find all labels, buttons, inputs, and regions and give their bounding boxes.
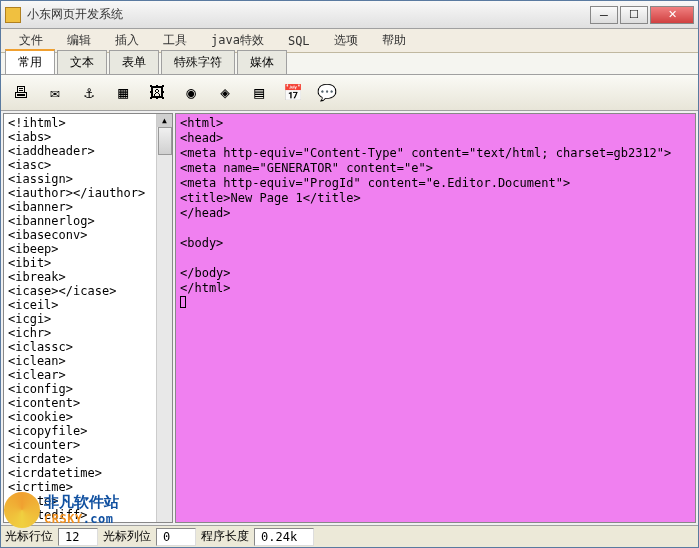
tab-special[interactable]: 特殊字符 [161, 50, 235, 74]
list-item[interactable]: <iclear> [8, 368, 152, 382]
watermark-en: CRSKY.com [44, 511, 119, 526]
list-item[interactable]: <iceil> [8, 298, 152, 312]
list-item[interactable]: <iclassc> [8, 340, 152, 354]
list-item[interactable]: <icgi> [8, 312, 152, 326]
list-item[interactable]: <icase></icase> [8, 284, 152, 298]
menu-file[interactable]: 文件 [7, 30, 55, 51]
list-item[interactable]: <iassign> [8, 172, 152, 186]
tab-common[interactable]: 常用 [5, 49, 55, 74]
status-col-label: 光标列位 [99, 528, 155, 545]
tab-text[interactable]: 文本 [57, 50, 107, 74]
watermark-text: 非凡软件站 CRSKY.com [44, 494, 119, 526]
window-buttons: ─ ☐ ✕ [590, 6, 694, 24]
maximize-button[interactable]: ☐ [620, 6, 648, 24]
menu-sql[interactable]: SQL [276, 32, 322, 50]
list-item[interactable]: <ibreak> [8, 270, 152, 284]
toolbar: 🖶 ✉ ⚓ ▦ 🖼 ◉ ◈ ▤ 📅 💬 [1, 75, 698, 111]
tabbar: 常用 文本 表单 特殊字符 媒体 [1, 53, 698, 75]
chat-icon[interactable]: 💬 [315, 81, 339, 105]
menu-tools[interactable]: 工具 [151, 30, 199, 51]
mail-icon[interactable]: ✉ [43, 81, 67, 105]
list-item[interactable]: <iauthor></iauthor> [8, 186, 152, 200]
menu-insert[interactable]: 插入 [103, 30, 151, 51]
list-item[interactable]: <!ihtml> [8, 116, 152, 130]
menu-edit[interactable]: 编辑 [55, 30, 103, 51]
list-item[interactable]: <ibanner> [8, 200, 152, 214]
close-button[interactable]: ✕ [650, 6, 694, 24]
list-item[interactable]: <iconfig> [8, 382, 152, 396]
status-len-value: 0.24k [254, 528, 314, 546]
list-item[interactable]: <icontent> [8, 396, 152, 410]
titlebar[interactable]: 小东网页开发系统 ─ ☐ ✕ [1, 1, 698, 29]
list-item[interactable]: <icookie> [8, 410, 152, 424]
list-item[interactable]: <ibannerlog> [8, 214, 152, 228]
window-title: 小东网页开发系统 [27, 6, 590, 23]
list-item[interactable]: <icounter> [8, 438, 152, 452]
main-window: 小东网页开发系统 ─ ☐ ✕ 文件 编辑 插入 工具 java特效 SQL 选项… [0, 0, 699, 548]
list-item[interactable]: <iaddheader> [8, 144, 152, 158]
tag-icon[interactable]: ◈ [213, 81, 237, 105]
sidebar-scrollbar[interactable] [156, 114, 172, 522]
color-icon[interactable]: ◉ [179, 81, 203, 105]
sidebar: <!ihtml><iabs><iaddheader><iasc><iassign… [3, 113, 173, 523]
status-len-label: 程序长度 [197, 528, 253, 545]
watermark-cn: 非凡软件站 [44, 494, 119, 511]
anchor-icon[interactable]: ⚓ [77, 81, 101, 105]
tab-media[interactable]: 媒体 [237, 50, 287, 74]
list-item[interactable]: <icrdate> [8, 452, 152, 466]
layout-icon[interactable]: ▤ [247, 81, 271, 105]
menu-options[interactable]: 选项 [322, 30, 370, 51]
editor-content: <html> <head> <meta http-equiv="Content-… [180, 116, 691, 296]
status-line-value: 12 [58, 528, 98, 546]
app-icon [5, 7, 21, 23]
scrollbar-thumb[interactable] [158, 127, 172, 155]
list-item[interactable]: <iasc> [8, 158, 152, 172]
watermark: 非凡软件站 CRSKY.com [4, 490, 164, 530]
list-item[interactable]: <iclean> [8, 354, 152, 368]
image-icon[interactable]: 🖼 [145, 81, 169, 105]
calendar-icon[interactable]: 📅 [281, 81, 305, 105]
list-item[interactable]: <ibeep> [8, 242, 152, 256]
menu-help[interactable]: 帮助 [370, 30, 418, 51]
tag-list[interactable]: <!ihtml><iabs><iaddheader><iasc><iassign… [4, 114, 156, 522]
text-cursor [180, 296, 186, 308]
list-item[interactable]: <ichr> [8, 326, 152, 340]
list-item[interactable]: <ibit> [8, 256, 152, 270]
list-item[interactable]: <icopyfile> [8, 424, 152, 438]
list-item[interactable]: <ibaseconv> [8, 228, 152, 242]
menu-java[interactable]: java特效 [199, 30, 276, 51]
list-item[interactable]: <icrdatetime> [8, 466, 152, 480]
tab-form[interactable]: 表单 [109, 50, 159, 74]
main-area: <!ihtml><iabs><iaddheader><iasc><iassign… [1, 111, 698, 525]
watermark-logo-icon [4, 492, 40, 528]
print-icon[interactable]: 🖶 [9, 81, 33, 105]
list-item[interactable]: <iabs> [8, 130, 152, 144]
table-icon[interactable]: ▦ [111, 81, 135, 105]
minimize-button[interactable]: ─ [590, 6, 618, 24]
status-line-label: 光标行位 [1, 528, 57, 545]
code-editor[interactable]: <html> <head> <meta http-equiv="Content-… [175, 113, 696, 523]
status-col-value: 0 [156, 528, 196, 546]
